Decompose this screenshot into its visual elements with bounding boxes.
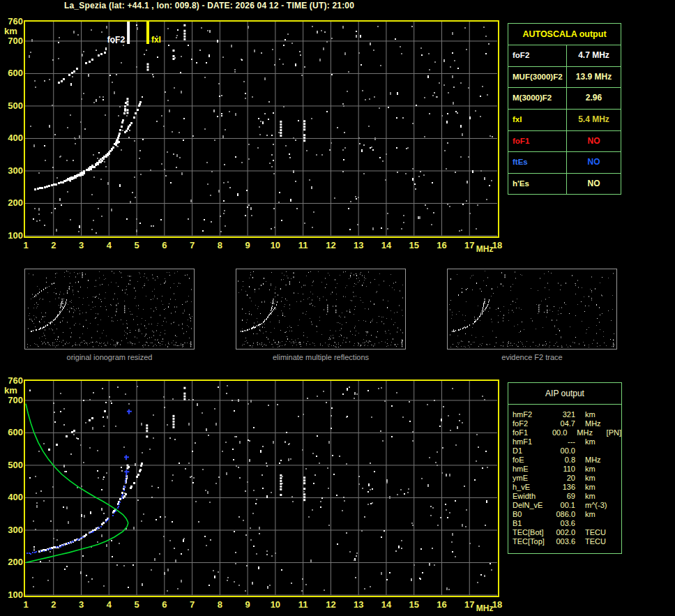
svg-text:14: 14 — [381, 599, 392, 610]
parameter-label: fxI — [508, 110, 567, 130]
autoscala-table-rows: foF24.7 MHzMUF(3000)F213.9 MHzM(3000)F22… — [508, 45, 621, 195]
svg-text:17: 17 — [464, 599, 474, 610]
svg-text:9: 9 — [245, 240, 250, 250]
svg-text:300: 300 — [8, 165, 23, 176]
svg-text:4: 4 — [107, 240, 112, 250]
aip-row-Ewidth: Ewidth69km — [508, 492, 621, 501]
parameter-value: 13.9 MHz — [567, 67, 621, 88]
autoscala-row-foF1: foF1NO — [508, 130, 621, 152]
svg-text:18: 18 — [492, 240, 502, 250]
marker-line-foF2 — [127, 22, 130, 44]
aip-row-hmF2: hmF2321km — [508, 410, 621, 419]
svg-text:7: 7 — [190, 599, 195, 610]
aip-nm: B0 — [508, 510, 550, 519]
recorded-ionogram: foF2fxI123456789101112131415161718MHz760… — [4, 16, 502, 254]
aip-row-D1: D100.0 — [508, 446, 621, 456]
aip-vl: 00.0 — [550, 446, 575, 456]
svg-text:14: 14 — [381, 240, 392, 250]
x-axis-unit: MHz — [476, 603, 494, 613]
aip-un: km — [575, 510, 616, 519]
autoscala-row-MUF3000F2: MUF(3000)F213.9 MHz — [508, 66, 621, 88]
aip-row-hmF1: hmF1---km — [508, 437, 621, 446]
svg-text:600: 600 — [8, 68, 23, 78]
autoscala-table: AUTOSCALA output foF24.7 MHzMUF(3000)F21… — [508, 23, 621, 195]
aip-nm: foF1 — [508, 428, 545, 437]
aip-nm: B1 — [508, 519, 550, 528]
aip-table-title: AIP output — [508, 383, 621, 405]
autoscala-row-foF2: foF24.7 MHz — [508, 45, 621, 66]
svg-text:1: 1 — [23, 240, 28, 250]
aip-vl: 110 — [550, 465, 575, 474]
svg-text:200: 200 — [8, 197, 23, 208]
aip-nm: foF2 — [508, 419, 550, 428]
svg-text:2: 2 — [51, 240, 56, 250]
axis-labels: 123456789101112131415161718MHz7607006005… — [4, 375, 502, 613]
aip-un: MHz — [575, 419, 616, 428]
parameter-value: NO — [567, 174, 621, 195]
panel-caption-original: original ionogram resized — [24, 353, 195, 361]
svg-text:200: 200 — [8, 557, 23, 567]
aip-ex — [616, 410, 619, 419]
aip-nm: Ewidth — [508, 492, 550, 501]
aip-vl: 086.0 — [550, 510, 575, 519]
aip-vl: 00.1 — [550, 501, 575, 510]
aip-row-foE: foE0.8MHz — [508, 456, 621, 465]
aip-vl: 0.8 — [550, 456, 575, 465]
parameter-label: h'Es — [508, 174, 567, 195]
parameter-value: NO — [567, 152, 621, 173]
parameter-value: NO — [567, 131, 621, 152]
aip-un: km — [575, 492, 616, 501]
svg-text:8: 8 — [218, 599, 222, 610]
autoscala-table-title: AUTOSCALA output — [508, 24, 621, 45]
aip-un — [575, 446, 616, 456]
aip-nm: hmF2 — [508, 410, 550, 419]
svg-text:3: 3 — [79, 599, 84, 610]
aip-row-foF2: foF204.7MHz — [508, 419, 621, 428]
svg-text:13: 13 — [354, 240, 363, 250]
svg-text:17: 17 — [464, 240, 474, 250]
aip-row-TECBot: TEC[Bot]002.0TECU — [508, 528, 621, 537]
marker-label-fxI: fxI — [151, 35, 161, 45]
aip-un: km — [575, 410, 616, 419]
svg-text:300: 300 — [8, 525, 23, 535]
grid-lines — [24, 22, 497, 236]
svg-text:3: 3 — [79, 240, 84, 250]
aip-ex — [616, 519, 619, 528]
svg-text:7: 7 — [190, 240, 195, 250]
svg-text:12: 12 — [326, 599, 335, 610]
aip-ex — [616, 528, 619, 537]
parameter-value: 4.7 MHz — [567, 45, 621, 66]
svg-text:15: 15 — [409, 599, 418, 610]
aip-ex — [616, 446, 619, 456]
autoscala-row-fxI: fxI5.4 MHz — [508, 109, 621, 130]
aip-table-rows: hmF2321kmfoF204.7MHzfoF100.0MHz[PN]hmF1-… — [508, 405, 621, 546]
aip-vl: 20 — [550, 474, 575, 483]
svg-text:10: 10 — [271, 599, 280, 610]
svg-text:5: 5 — [134, 599, 139, 610]
axis-labels: 123456789101112131415161718MHz7607006005… — [4, 16, 502, 254]
series-F2-ordinary-echo-trace — [34, 102, 127, 190]
noise-speckle — [29, 385, 492, 592]
svg-text:2: 2 — [51, 599, 56, 610]
aip-row-DelNvE: DelN_vE00.1m^(-3) — [508, 501, 621, 510]
aip-ex — [616, 492, 619, 501]
aip-ex: [PN] — [604, 428, 621, 437]
aip-un: km — [575, 483, 616, 492]
series-F2-extraordinary-echo-trace — [63, 101, 142, 182]
aip-un: km — [575, 474, 616, 483]
aip-vl: 69 — [550, 492, 575, 501]
aip-vl: 03.6 — [550, 519, 575, 528]
svg-text:100: 100 — [8, 589, 23, 600]
autoscala-row-hEs: h'EsNO — [508, 173, 621, 195]
aip-ex — [616, 537, 619, 546]
aip-row-B0: B0086.0km — [508, 510, 621, 519]
svg-text:700: 700 — [8, 36, 23, 46]
panel-1 — [236, 269, 406, 350]
aip-nm: hmE — [508, 465, 550, 474]
aip-row-TECTop: TEC[Top]003.6TECU — [508, 537, 621, 546]
aip-nm: TEC[Top] — [508, 537, 550, 546]
svg-text:400: 400 — [8, 133, 23, 143]
aip-un: km — [575, 437, 616, 446]
aip-un: TECU — [575, 537, 616, 546]
marker-line-fxI — [146, 22, 149, 44]
